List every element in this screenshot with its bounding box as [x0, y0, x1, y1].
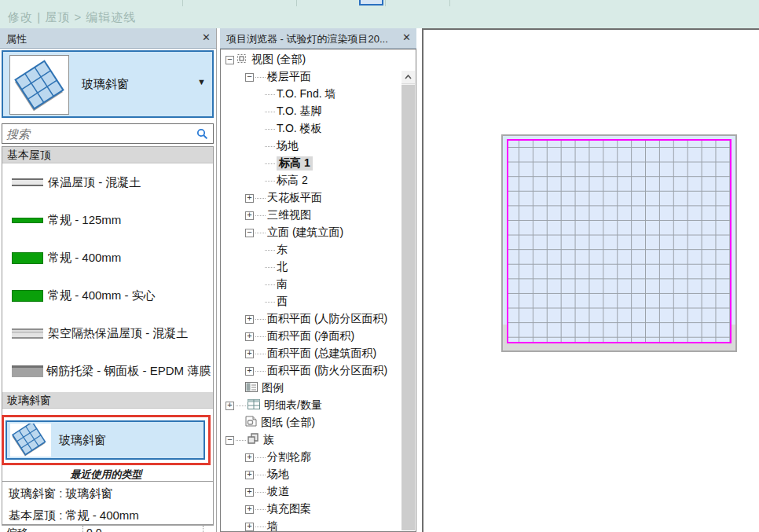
mode-bar: 修改 | 屋顶 > 编辑迹线: [0, 6, 759, 28]
type-list-item-selected[interactable]: 玻璃斜窗: [6, 420, 205, 460]
tree-item[interactable]: 面积平面 (人防分区面积): [221, 310, 401, 328]
scroll-up-icon[interactable]: [402, 71, 415, 84]
properties-title: 属性: [6, 32, 27, 46]
ribbon-divider: [182, 0, 183, 6]
search-icon[interactable]: [196, 128, 208, 143]
type-item-label: 常规 - 400mm: [48, 251, 121, 266]
tree-connector: [265, 284, 275, 285]
tree-item-legends[interactable]: 图例: [221, 380, 401, 397]
tree-item-families[interactable]: 族: [221, 431, 401, 449]
tree-item[interactable]: 面积平面 (净面积): [221, 328, 401, 345]
expand-icon[interactable]: [245, 523, 254, 531]
tree-item-current-view[interactable]: 标高 1: [221, 155, 401, 172]
parameter-row-offset: 偏移 0.0: [2, 525, 214, 532]
chevron-down-icon[interactable]: ▼: [197, 77, 206, 86]
family-icon: [248, 433, 259, 447]
tree-connector: [255, 457, 266, 458]
tree-item[interactable]: 西: [221, 293, 401, 310]
tree-item[interactable]: 北: [221, 259, 401, 276]
red-highlight-box: 玻璃斜窗: [2, 415, 211, 465]
tree-connector: [255, 77, 266, 78]
expand-icon[interactable]: [245, 350, 254, 358]
tree-item[interactable]: 天花板平面: [221, 189, 401, 207]
expand-icon[interactable]: [245, 488, 254, 497]
tree-connector: [236, 440, 246, 441]
type-list-item[interactable]: 钢筋托梁 - 钢面板 - EPDM 薄膜: [2, 353, 213, 391]
tree-item[interactable]: 南: [221, 276, 401, 293]
type-selector[interactable]: 玻璃斜窗 ▼: [2, 50, 214, 118]
recent-type-item[interactable]: 玻璃斜窗 : 玻璃斜窗: [9, 486, 113, 501]
roof-type-swatch: [12, 290, 43, 302]
tree-item[interactable]: T.O. 楼板: [221, 120, 401, 138]
collapse-icon[interactable]: [226, 436, 234, 445]
tree-item[interactable]: 填充图案: [221, 501, 401, 518]
tree-item[interactable]: 坡道: [221, 483, 401, 501]
type-list-item[interactable]: 架空隔热保温屋顶 - 混凝土: [2, 315, 213, 353]
tree-connector: [265, 129, 275, 130]
tree-item[interactable]: 墙: [221, 518, 401, 532]
type-list-item[interactable]: 保温屋顶 - 混凝土: [2, 164, 213, 202]
tree-item[interactable]: 面积平面 (防火分区面积): [221, 362, 401, 380]
tree-item[interactable]: 分割轮廓: [221, 449, 401, 466]
search-box: [2, 123, 214, 144]
tree-item-sheets[interactable]: 图纸 (全部): [221, 414, 401, 431]
tree-connector: [265, 94, 275, 95]
tree-connector: [265, 250, 275, 251]
close-icon[interactable]: ✕: [202, 31, 211, 44]
search-input[interactable]: [6, 126, 187, 141]
collapse-icon[interactable]: [226, 56, 234, 64]
tree-item-schedules[interactable]: 明细表/数量: [221, 397, 401, 414]
tree-connector: [255, 319, 266, 320]
tree-item[interactable]: 东: [221, 241, 401, 259]
roof-footprint-sketch[interactable]: [507, 139, 732, 343]
glass-slope-window-icon: [9, 55, 69, 115]
tree-item[interactable]: 面积平面 (总建筑面积): [221, 345, 401, 362]
type-item-label: 玻璃斜窗: [59, 433, 106, 448]
type-item-label: 保温屋顶 - 混凝土: [48, 175, 141, 190]
expand-icon[interactable]: [245, 211, 254, 220]
type-list-item[interactable]: 常规 - 125mm: [2, 202, 213, 240]
expand-icon[interactable]: [245, 453, 254, 462]
collapse-icon[interactable]: [245, 229, 254, 237]
scrollbar-thumb[interactable]: [402, 85, 415, 530]
type-list-item[interactable]: 常规 - 400mm: [2, 240, 213, 277]
close-icon[interactable]: ✕: [402, 31, 411, 44]
tree-connector: [265, 302, 275, 303]
active-ribbon-button-fragment[interactable]: [359, 0, 383, 6]
type-list-item[interactable]: 常规 - 400mm - 实心: [2, 277, 213, 315]
roof-type-swatch: [12, 365, 43, 377]
param-value[interactable]: 0.0: [86, 526, 101, 532]
section-header: 玻璃斜窗: [2, 392, 213, 409]
expand-icon[interactable]: [245, 367, 254, 376]
section-header: 基本屋顶: [2, 147, 213, 163]
expand-icon[interactable]: [245, 332, 254, 341]
param-label: 偏移: [6, 526, 28, 532]
glass-slope-window-plan[interactable]: [501, 134, 737, 352]
tree-item-views[interactable]: 视图 (全部): [221, 51, 401, 68]
scrollbar[interactable]: [402, 71, 415, 530]
tree-item[interactable]: T.O. Fnd. 墙: [221, 86, 401, 103]
tree-item[interactable]: T.O. 基脚: [221, 103, 401, 120]
collapse-icon[interactable]: [245, 73, 254, 82]
expand-icon[interactable]: [245, 315, 254, 324]
expand-icon[interactable]: [226, 402, 234, 410]
tree-item[interactable]: 三维视图: [221, 207, 401, 224]
roof-type-swatch: [12, 252, 43, 264]
tree-connector: [255, 336, 266, 337]
tree-connector: [236, 405, 246, 406]
tree-item[interactable]: 标高 2: [221, 172, 401, 189]
tree-item[interactable]: 场地: [221, 138, 401, 155]
ribbon-divider: [449, 0, 450, 6]
tree-connector: [265, 163, 275, 164]
drawing-canvas[interactable]: [422, 28, 759, 532]
tree-item[interactable]: 立面 (建筑立面): [221, 224, 401, 241]
expand-icon[interactable]: [245, 471, 254, 479]
schedule-icon: [248, 398, 260, 413]
expand-icon[interactable]: [245, 505, 254, 514]
tree-connector: [255, 354, 266, 354]
expand-icon[interactable]: [245, 194, 254, 203]
recent-type-item[interactable]: 基本屋顶 : 常规 - 400mm: [9, 508, 139, 523]
tree-connector: [255, 215, 266, 216]
tree-item[interactable]: 楼层平面: [221, 68, 401, 86]
tree-item[interactable]: 场地: [221, 466, 401, 483]
